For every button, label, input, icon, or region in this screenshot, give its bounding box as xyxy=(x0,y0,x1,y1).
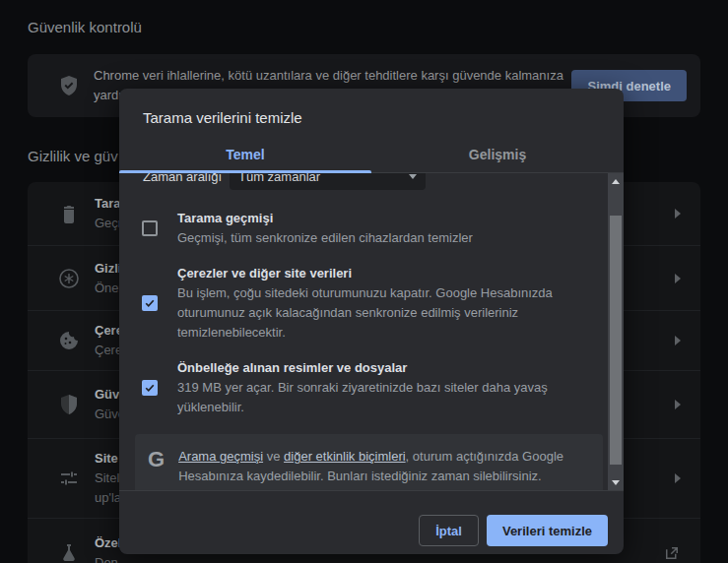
item-title: Tarama geçmişi xyxy=(177,209,568,228)
flask-icon xyxy=(57,541,81,563)
chevron-right-icon xyxy=(675,400,681,409)
item-description: Geçmişi, tüm senkronize edilen cihazlard… xyxy=(177,228,568,248)
list-item-subtitle: Den xyxy=(95,553,121,563)
cookies-row: Çerezler ve diğer site verileri Bu işlem… xyxy=(119,256,608,350)
cached-files-row: Önbelleğe alınan resimler ve dosyalar 31… xyxy=(119,350,608,425)
tab-advanced[interactable]: Gelişmiş xyxy=(371,139,624,172)
chevron-right-icon xyxy=(675,336,681,345)
clear-browsing-data-dialog: Tarama verilerini temizle Temel Gelişmiş… xyxy=(119,89,624,554)
search-history-link[interactable]: Arama geçmişi xyxy=(178,449,263,464)
item-title: Çerezler ve diğer site verileri xyxy=(177,264,568,283)
privacy-guide-icon xyxy=(57,267,81,290)
other-activity-link[interactable]: diğer etkinlik biçimleri xyxy=(284,449,406,464)
chevron-down-icon xyxy=(409,174,417,179)
dialog-scrollbar[interactable] xyxy=(608,173,624,491)
shield-check-icon xyxy=(57,74,81,97)
item-description: Bu işlem, çoğu sitedeki oturumunuzu kapa… xyxy=(177,283,568,343)
time-range-row: Zaman aralığı Tüm zamanlar xyxy=(119,173,608,191)
triangle-down-icon xyxy=(612,480,620,485)
site-settings-icon xyxy=(57,467,81,490)
chrome-settings-page: Güvenlik kontrolü Chrome veri ihlallerin… xyxy=(0,0,728,563)
item-description: 319 MB yer açar. Bir sonraki ziyaretiniz… xyxy=(177,378,568,417)
dialog-scroll-area: Zaman aralığı Tüm zamanlar Tarama geçmiş… xyxy=(119,173,624,491)
scrollbar-thumb[interactable] xyxy=(610,216,622,465)
security-check-heading: Güvenlik kontrolü xyxy=(28,19,142,35)
browsing-history-checkbox[interactable] xyxy=(142,220,158,236)
time-range-value: Tüm zamanlar xyxy=(238,173,320,184)
checkmark-icon xyxy=(142,380,158,396)
dialog-footer: İptal Verileri temizle xyxy=(119,491,624,546)
chevron-right-icon xyxy=(675,473,681,483)
tab-basic[interactable]: Temel xyxy=(119,139,371,172)
dialog-title: Tarama verilerini temizle xyxy=(119,89,624,139)
triangle-up-icon xyxy=(612,179,620,184)
cookies-checkbox[interactable] xyxy=(142,295,158,311)
cached-files-checkbox[interactable] xyxy=(142,380,158,396)
browsing-history-row: Tarama geçmişi Geçmişi, tüm senkronize e… xyxy=(119,201,608,256)
scroll-down-button[interactable] xyxy=(608,474,624,491)
time-range-label: Zaman aralığı xyxy=(143,173,230,184)
list-item-title: Özel xyxy=(95,533,121,553)
chevron-right-icon xyxy=(675,209,681,219)
cancel-button[interactable]: İptal xyxy=(419,515,479,546)
cookie-icon xyxy=(57,329,81,352)
external-link-icon xyxy=(663,544,681,562)
trash-icon xyxy=(57,202,81,225)
time-range-select[interactable]: Tüm zamanlar xyxy=(230,173,426,190)
security-shield-icon xyxy=(57,393,81,416)
checkmark-icon xyxy=(142,295,158,311)
scroll-up-button[interactable] xyxy=(608,173,624,190)
google-logo-icon: G xyxy=(148,447,165,486)
dialog-tabs: Temel Gelişmiş xyxy=(119,139,624,173)
chevron-right-icon xyxy=(675,274,681,283)
privacy-security-heading: Gizlilik ve güv xyxy=(28,148,118,164)
item-title: Önbelleğe alınan resimler ve dosyalar xyxy=(177,358,568,378)
note-text: ve xyxy=(263,449,284,464)
clear-data-button[interactable]: Verileri temizle xyxy=(487,515,608,546)
google-account-note: G Arama geçmişi ve diğer etkinlik biçiml… xyxy=(135,434,603,491)
